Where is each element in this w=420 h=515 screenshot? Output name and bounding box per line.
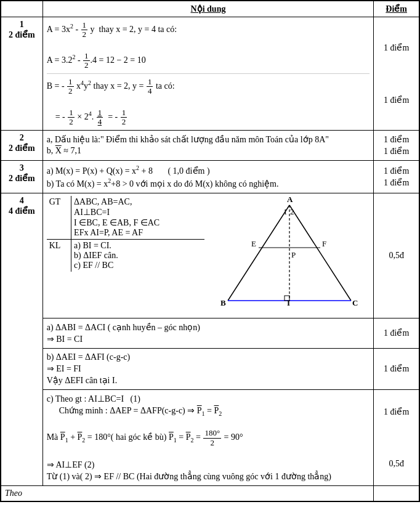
- svg-line-1: [289, 205, 351, 301]
- row4a-score: 0,5đ: [374, 193, 419, 318]
- row4-geometry: GT ΔABC, AB=AC, AI⊥BC=I I ∈BC, E ∈AB, F …: [42, 193, 374, 318]
- row4-num: 44 điểm: [1, 193, 43, 485]
- theo-score: [374, 486, 419, 501]
- header-num: [1, 1, 43, 17]
- label-F: F: [322, 239, 326, 248]
- label-P: P: [291, 250, 296, 259]
- label-E: E: [251, 239, 256, 248]
- row2-content: a, Dấu hiệu là:" Điểm thi khảo sát chất …: [42, 131, 374, 161]
- row4b-score: 1 điểm: [374, 318, 419, 348]
- label-angle1: 1: [283, 207, 288, 216]
- header-score: Điểm: [374, 1, 419, 17]
- row1-content: A = 3x2 - 12 y thay x = 2, y = 4 ta có: …: [42, 17, 374, 131]
- row1-score: 1 điểm 1 điểm: [374, 17, 419, 131]
- row4b-content: a) ΔABI = ΔACI ( cạnh huyền – góc nhọn) …: [42, 318, 374, 348]
- row4c-score: 1 điểm: [374, 348, 419, 389]
- row1-num: 12 điểm: [1, 17, 43, 131]
- row2-num: 22 điểm: [1, 131, 43, 161]
- row4d-content: c) Theo gt : AI⊥BC=I (1) Chứng minh : ΔA…: [42, 389, 374, 485]
- theo-label: Theo: [1, 486, 374, 501]
- row2-score: 1 điểm 1 điểm: [374, 131, 419, 161]
- row3-score: 1 điểm 1 điểm: [374, 161, 419, 193]
- row3-num: 32 điểm: [1, 161, 43, 193]
- header-content: Nội dung: [42, 1, 374, 17]
- row4d-score: 1 điểm 0,5đ: [374, 389, 419, 485]
- label-I: I: [287, 298, 290, 307]
- label-B: B: [220, 298, 226, 307]
- exam-page: Nội dung Điểm 12 điểm A = 3x2 - 12 y tha…: [0, 0, 420, 502]
- row3-content: a) M(x) = P(x) + Q(x) = x2 + 8 ( 1,0 điể…: [42, 161, 374, 193]
- svg-line-0: [228, 205, 289, 301]
- label-C: C: [352, 298, 358, 307]
- label-angle2: 2: [290, 207, 294, 216]
- row4c-content: b) ΔAEI = ΔAFI (c-g-c) ⇒ EI = FI Vậy ΔEF…: [42, 348, 374, 389]
- geometry-diagram: A B C I E F P 1 2: [209, 196, 370, 313]
- label-A: A: [287, 196, 293, 204]
